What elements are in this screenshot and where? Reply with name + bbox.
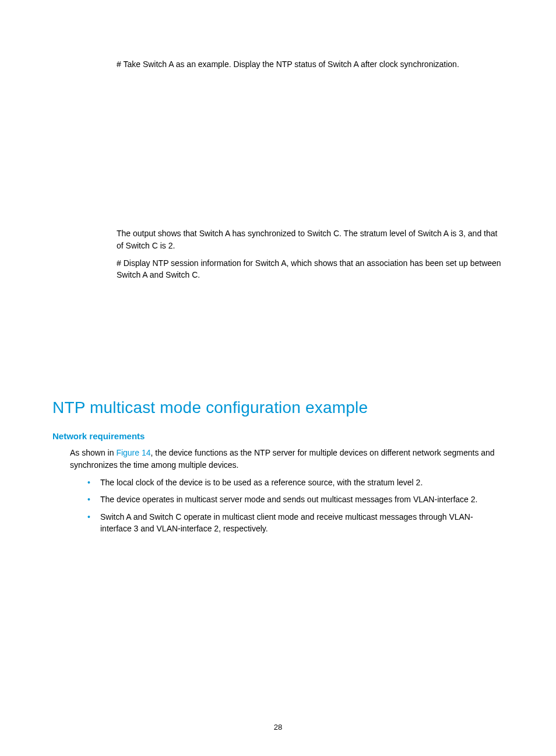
list-item: Switch A and Switch C operate in multica… xyxy=(87,511,504,535)
spacer xyxy=(52,286,504,387)
paragraph-text: The output shows that Switch A has synch… xyxy=(117,228,504,251)
section-title: NTP multicast mode configuration example xyxy=(52,398,504,417)
list-item: The device operates in multicast server … xyxy=(87,494,504,505)
bullet-list: The local clock of the device is to be u… xyxy=(70,477,504,534)
figure-link[interactable]: Figure 14 xyxy=(116,448,150,457)
section-subhead: Network requirements xyxy=(52,431,504,441)
paragraph-text: # Take Switch A as an example. Display t… xyxy=(117,58,504,70)
page-number: 28 xyxy=(274,723,282,732)
page-content: The output shows that Switch A has synch… xyxy=(52,228,504,281)
list-item: The local clock of the device is to be u… xyxy=(87,477,504,488)
paragraph-text: As shown in Figure 14, the device functi… xyxy=(70,447,504,471)
text-run: As shown in xyxy=(70,448,116,457)
spacer xyxy=(52,76,504,228)
page-content: # Take Switch A as an example. Display t… xyxy=(52,58,504,70)
paragraph-text: # Display NTP session information for Sw… xyxy=(117,257,504,281)
page-content: As shown in Figure 14, the device functi… xyxy=(52,447,504,534)
